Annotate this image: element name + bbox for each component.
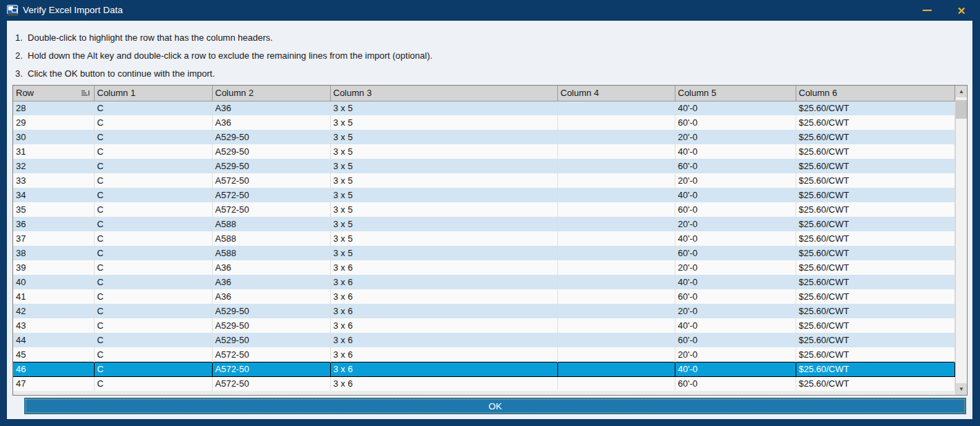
table-cell[interactable]: 3 x 6 <box>330 289 557 304</box>
table-cell[interactable]: 3 x 6 <box>330 275 557 289</box>
table-cell[interactable]: $25.60/CWT <box>796 188 955 202</box>
row-number-cell[interactable]: 47 <box>13 376 94 391</box>
table-cell[interactable]: 3 x 6 <box>330 333 557 347</box>
table-cell[interactable]: 40'-0 <box>675 275 796 289</box>
table-cell[interactable]: C <box>94 159 212 173</box>
minimize-button[interactable] <box>915 0 939 21</box>
table-cell[interactable]: A36 <box>212 115 330 130</box>
row-number-cell[interactable]: 42 <box>13 304 94 318</box>
table-cell[interactable] <box>557 231 675 246</box>
table-row[interactable]: 36CA5883 x 520'-0$25.60/CWT <box>13 217 955 231</box>
table-cell[interactable]: A529-50 <box>212 159 330 173</box>
table-cell[interactable]: 3 x 5 <box>330 246 557 260</box>
table-cell[interactable] <box>557 275 675 289</box>
row-number-cell[interactable]: 46 <box>13 362 94 376</box>
table-cell[interactable]: A529-50 <box>212 333 330 347</box>
table-cell[interactable]: $25.60/CWT <box>796 101 955 115</box>
table-cell[interactable]: A529-50 <box>212 304 330 318</box>
table-cell[interactable]: C <box>94 304 212 318</box>
row-number-cell[interactable]: 44 <box>13 333 94 347</box>
table-cell[interactable]: C <box>94 217 212 231</box>
table-cell[interactable]: 40'-0 <box>675 318 796 333</box>
table-cell[interactable]: A572-50 <box>212 347 330 362</box>
table-cell[interactable]: 3 x 6 <box>330 362 557 376</box>
table-cell[interactable]: C <box>94 173 212 188</box>
table-cell[interactable]: 60'-0 <box>675 376 796 391</box>
scroll-up-button[interactable]: ▲ <box>956 86 967 97</box>
table-cell[interactable]: C <box>94 130 212 144</box>
table-cell[interactable]: 3 x 5 <box>330 115 557 130</box>
table-cell[interactable]: A529-50 <box>212 144 330 159</box>
table-cell[interactable]: A572-50 <box>212 188 330 202</box>
table-cell[interactable]: $25.60/CWT <box>796 144 955 159</box>
table-cell[interactable]: $25.60/CWT <box>796 275 955 289</box>
table-cell[interactable]: C <box>94 318 212 333</box>
table-cell[interactable]: A529-50 <box>212 318 330 333</box>
table-cell[interactable]: 20'-0 <box>675 347 796 362</box>
table-cell[interactable] <box>557 333 675 347</box>
column-header-4[interactable]: Column 4 <box>557 86 675 101</box>
table-cell[interactable]: $25.60/CWT <box>796 289 955 304</box>
table-cell[interactable]: $25.60/CWT <box>796 362 955 376</box>
table-cell[interactable]: 40'-0 <box>675 231 796 246</box>
table-cell[interactable]: 3 x 5 <box>330 188 557 202</box>
table-cell[interactable]: A572-50 <box>212 376 330 391</box>
table-cell[interactable] <box>557 144 675 159</box>
table-cell[interactable]: C <box>94 188 212 202</box>
table-cell[interactable]: 60'-0 <box>675 159 796 173</box>
table-cell[interactable]: 20'-0 <box>675 260 796 275</box>
table-cell[interactable] <box>557 115 675 130</box>
table-cell[interactable]: A588 <box>212 246 330 260</box>
table-cell[interactable]: A588 <box>212 217 330 231</box>
table-cell[interactable]: $25.60/CWT <box>796 304 955 318</box>
table-cell[interactable]: 3 x 5 <box>330 101 557 115</box>
table-cell[interactable]: 40'-0 <box>675 362 796 376</box>
row-number-cell[interactable]: 40 <box>13 275 94 289</box>
column-header-row[interactable]: Row <box>13 86 94 101</box>
table-row[interactable]: 43CA529-503 x 640'-0$25.60/CWT <box>13 318 955 333</box>
close-button[interactable]: ✕ <box>950 0 973 21</box>
table-cell[interactable]: A572-50 <box>212 202 330 217</box>
row-number-cell[interactable]: 29 <box>13 115 94 130</box>
row-number-cell[interactable]: 35 <box>13 202 94 217</box>
row-number-cell[interactable]: 43 <box>13 318 94 333</box>
table-cell[interactable]: 20'-0 <box>675 304 796 318</box>
table-cell[interactable]: $25.60/CWT <box>796 202 955 217</box>
table-cell[interactable] <box>557 202 675 217</box>
scrollbar-thumb[interactable] <box>956 100 967 119</box>
table-cell[interactable]: 60'-0 <box>675 202 796 217</box>
table-row[interactable]: 47CA572-503 x 660'-0$25.60/CWT <box>13 376 955 391</box>
table-cell[interactable] <box>557 246 675 260</box>
table-cell[interactable] <box>557 188 675 202</box>
scroll-down-button[interactable]: ▼ <box>956 383 967 395</box>
table-cell[interactable]: 40'-0 <box>675 188 796 202</box>
table-row[interactable]: 33CA572-503 x 520'-0$25.60/CWT <box>13 173 955 188</box>
table-row[interactable]: 40CA363 x 640'-0$25.60/CWT <box>13 275 955 289</box>
ok-button[interactable]: OK <box>24 398 966 414</box>
table-row[interactable]: 34CA572-503 x 540'-0$25.60/CWT <box>13 188 955 202</box>
table-cell[interactable] <box>557 289 675 304</box>
table-cell[interactable]: 3 x 6 <box>330 304 557 318</box>
table-row[interactable]: 28CA363 x 540'-0$25.60/CWT <box>13 101 955 115</box>
table-cell[interactable]: $25.60/CWT <box>796 347 955 362</box>
vertical-scrollbar[interactable]: ▲ ▼ <box>955 86 967 395</box>
column-header-5[interactable]: Column 5 <box>675 86 796 101</box>
table-cell[interactable]: 3 x 5 <box>330 173 557 188</box>
table-cell[interactable]: C <box>94 144 212 159</box>
table-cell[interactable]: A572-50 <box>212 362 330 376</box>
table-cell[interactable] <box>557 347 675 362</box>
table-cell[interactable] <box>557 318 675 333</box>
table-row[interactable]: 41CA363 x 660'-0$25.60/CWT <box>13 289 955 304</box>
table-cell[interactable]: 3 x 5 <box>330 202 557 217</box>
row-number-cell[interactable]: 38 <box>13 246 94 260</box>
table-cell[interactable]: 3 x 5 <box>330 231 557 246</box>
table-cell[interactable]: $25.60/CWT <box>796 217 955 231</box>
table-cell[interactable]: 60'-0 <box>675 246 796 260</box>
table-cell[interactable]: 3 x 6 <box>330 260 557 275</box>
table-cell[interactable]: 20'-0 <box>675 173 796 188</box>
table-cell[interactable]: 3 x 5 <box>330 130 557 144</box>
column-header-3[interactable]: Column 3 <box>330 86 557 101</box>
table-cell[interactable]: 40'-0 <box>675 101 796 115</box>
table-row[interactable]: 42CA529-503 x 620'-0$25.60/CWT <box>13 304 955 318</box>
row-number-cell[interactable]: 41 <box>13 289 94 304</box>
